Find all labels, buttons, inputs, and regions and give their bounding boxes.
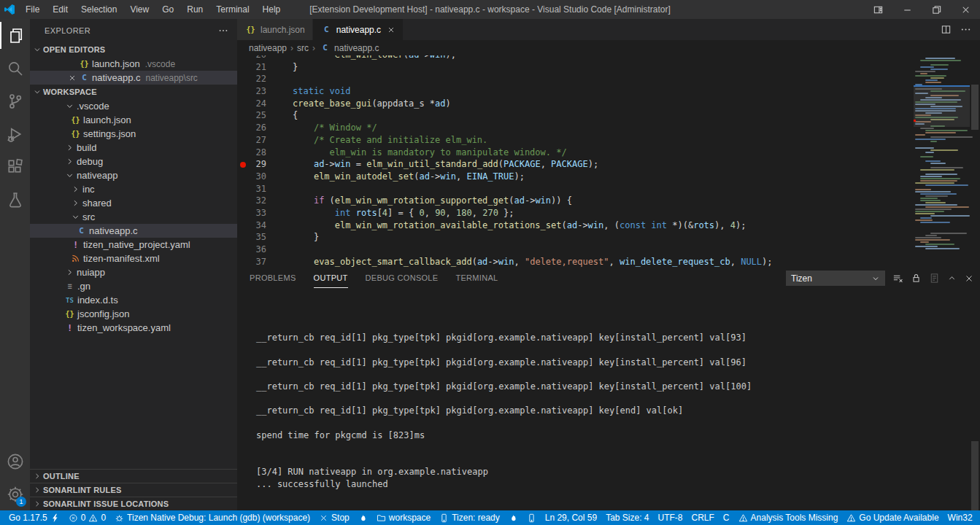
breadcrumb-item[interactable]: nativeapp [249, 43, 287, 53]
menu-help[interactable]: Help [256, 0, 288, 19]
maximize-panel-icon[interactable] [947, 273, 957, 283]
panel-tab-problems[interactable]: PROBLEMS [250, 268, 296, 288]
statusbar-workspace-folder[interactable]: workspace [372, 510, 435, 525]
breadcrumb-item[interactable]: nativeapp.c [334, 43, 379, 53]
gutter[interactable]: 34 [237, 219, 279, 232]
activitybar-testing[interactable] [0, 183, 30, 216]
activitybar-run-and-debug[interactable] [0, 117, 30, 150]
menu-edit[interactable]: Edit [46, 0, 74, 19]
gutter[interactable]: 26 [237, 122, 279, 134]
statusbar-go-version[interactable]: Go 1.17.5 [4, 510, 64, 525]
open-output-in-editor-icon[interactable] [929, 273, 940, 284]
close-editor-icon[interactable] [66, 74, 78, 82]
gutter[interactable]: 29 [237, 158, 279, 171]
tree-item-shared[interactable]: shared [30, 196, 237, 210]
minimap-slider[interactable] [914, 86, 970, 127]
menu-file[interactable]: File [19, 0, 46, 19]
panel-tab-output[interactable]: OUTPUT [314, 268, 348, 288]
gutter[interactable]: 37 [237, 256, 279, 268]
tree-item-tizen-native-project-yaml[interactable]: !tizen_native_project.yaml [30, 238, 237, 252]
activitybar-accounts[interactable] [0, 445, 30, 478]
gutter[interactable]: 36 [237, 244, 279, 256]
tree-item-debug[interactable]: debug [30, 155, 237, 168]
menu-selection[interactable]: Selection [74, 0, 123, 19]
gutter[interactable]: 23 [237, 85, 279, 98]
gutter[interactable]: 28 [237, 147, 279, 159]
output-console[interactable]: __return_cb req_id[1] pkg_type[tpk] pkgi… [237, 288, 980, 510]
gutter[interactable]: 20 [237, 55, 279, 61]
workspace-header[interactable]: WORKSPACE [30, 85, 237, 99]
tree-item-build[interactable]: build [30, 141, 237, 155]
restore-button[interactable] [922, 0, 951, 19]
clear-output-icon[interactable] [892, 273, 903, 284]
activitybar-search[interactable] [0, 52, 30, 85]
section-outline[interactable]: OUTLINE [30, 469, 237, 483]
statusbar-go-update[interactable]: Go Update Available [842, 510, 943, 525]
menu-go[interactable]: Go [155, 0, 180, 19]
open-editors-header[interactable]: OPEN EDITORS [30, 42, 237, 57]
statusbar-stop[interactable]: Stop [315, 510, 354, 525]
tree-item-jsconfig-json[interactable]: {}jsconfig.json [30, 307, 237, 321]
close-panel-icon[interactable] [964, 273, 974, 284]
statusbar-eol[interactable]: CRLF [687, 510, 719, 525]
tree-item-tizen-workspace-yaml[interactable]: !tizen_workspace.yaml [30, 321, 237, 335]
layout-icon[interactable] [863, 0, 892, 19]
editor-scrollbar[interactable] [970, 55, 980, 268]
statusbar-flame-left[interactable] [354, 510, 372, 525]
code-editor[interactable]: 20 elm_win_lower(ad->win);21}2223static … [237, 55, 980, 268]
tree-item-settings-json[interactable]: {}settings.json [30, 127, 237, 141]
tree-item-launch-json[interactable]: {}launch.json [30, 113, 237, 127]
panel-tab-debug-console[interactable]: DEBUG CONSOLE [366, 268, 439, 288]
gutter[interactable]: 22 [237, 73, 279, 85]
tree-item-index-d-ts[interactable]: TSindex.d.ts [30, 293, 237, 307]
tab-nativeapp-c[interactable]: Cnativeapp.c [313, 19, 404, 40]
lock-scroll-icon[interactable] [911, 273, 922, 284]
statusbar-flame-right[interactable] [504, 510, 522, 525]
statusbar-debug-launch[interactable]: Tizen Native Debug: Launch (gdb) (worksp… [110, 510, 315, 525]
gutter[interactable]: 35 [237, 231, 279, 244]
tab-launch-json[interactable]: {}launch.json [237, 19, 313, 40]
activitybar-extensions[interactable] [0, 150, 30, 183]
gutter[interactable]: 33 [237, 207, 279, 219]
menu-run[interactable]: Run [180, 0, 209, 19]
gutter[interactable]: 27 [237, 134, 279, 147]
editor-more-actions-icon[interactable] [960, 24, 971, 35]
open-editor-item[interactable]: {}launch.json.vscode [30, 57, 237, 71]
statusbar-feedback[interactable] [977, 510, 980, 525]
tree-item-nativeapp[interactable]: nativeapp [30, 168, 237, 182]
breakpoint-icon[interactable] [237, 162, 249, 168]
open-editor-item[interactable]: Cnativeapp.cnativeapp\src [30, 71, 237, 85]
gutter[interactable]: 30 [237, 171, 279, 183]
output-channel-select[interactable]: Tizen [786, 271, 885, 286]
split-editor-icon[interactable] [941, 24, 952, 35]
statusbar-platform[interactable]: Win32 [944, 510, 977, 525]
gutter[interactable]: 25 [237, 109, 279, 122]
tree-item--gn[interactable]: ≡.gn [30, 279, 237, 293]
tree-item-tizen-manifest-xml[interactable]: tizen-manifest.xml [30, 252, 237, 265]
breadcrumb[interactable]: nativeapp›src›Cnativeapp.c [237, 40, 980, 55]
panel-scrollbar[interactable] [971, 441, 979, 510]
panel-tab-terminal[interactable]: TERMINAL [455, 268, 498, 288]
tree-item-nuiapp[interactable]: nuiapp [30, 265, 237, 279]
statusbar-tizen-ready[interactable]: Tizen: ready [435, 510, 504, 525]
minimize-button[interactable] [892, 0, 922, 19]
menu-terminal[interactable]: Terminal [209, 0, 255, 19]
activitybar-explorer[interactable] [0, 19, 30, 52]
minimap[interactable] [914, 55, 970, 268]
statusbar-tab-size[interactable]: Tab Size: 4 [601, 510, 653, 525]
activitybar-settings[interactable]: 1 [0, 478, 30, 510]
statusbar-problems[interactable]: 00 [64, 510, 110, 525]
gutter[interactable]: 32 [237, 195, 279, 207]
tree-item-nativeapp-c[interactable]: Cnativeapp.c [30, 224, 237, 238]
breadcrumb-item[interactable]: src [297, 43, 309, 53]
gutter[interactable]: 31 [237, 183, 279, 195]
close-tab-icon[interactable] [387, 26, 396, 34]
menu-view[interactable]: View [123, 0, 155, 19]
more-actions-icon[interactable] [218, 26, 228, 36]
statusbar-encoding[interactable]: UTF-8 [654, 510, 687, 525]
statusbar-language-mode[interactable]: C [719, 510, 734, 525]
gutter[interactable]: 21 [237, 61, 279, 74]
tree-item-src[interactable]: src [30, 210, 237, 224]
section-sonarlint-rules[interactable]: SONARLINT RULES [30, 483, 237, 497]
activitybar-source-control[interactable] [0, 85, 30, 117]
